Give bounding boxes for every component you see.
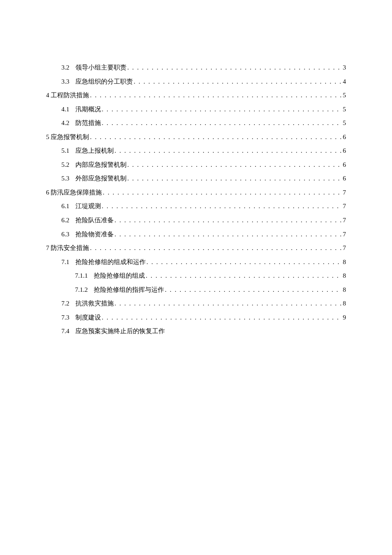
toc-entry-title: 7 防汛安全措施 bbox=[46, 241, 89, 255]
toc-entry-page: 8 bbox=[342, 283, 346, 297]
toc-entry-title: 制度建设 bbox=[75, 311, 101, 325]
toc-entry-page: 7 bbox=[342, 227, 346, 241]
toc-entry-page: 8 bbox=[342, 255, 346, 269]
toc-entry: 6.1江堤观测7 bbox=[46, 199, 346, 213]
toc-entry-title: 6 防汛应急保障措施 bbox=[46, 186, 102, 200]
toc-entry: 4 工程防洪措施5 bbox=[46, 88, 346, 102]
toc-entry-title: 应急上报机制 bbox=[75, 144, 114, 158]
toc-entry-page: 7 bbox=[342, 241, 346, 255]
toc-entry-title: 领导小组主要职责 bbox=[75, 61, 127, 75]
toc-leader-dots bbox=[102, 311, 341, 325]
toc-leader-dots bbox=[146, 269, 341, 283]
toc-entry-title: 抢险抢修组的组成和运作 bbox=[75, 255, 146, 269]
toc-entry-title: 应急组织的分工职责 bbox=[75, 75, 133, 89]
toc-entry: 7.3制度建设9 bbox=[46, 311, 346, 325]
toc-entry-title: 内部应急报警机制 bbox=[75, 158, 127, 172]
toc-entry: 3.3应急组织的分工职责4 bbox=[46, 75, 346, 89]
toc-entry: 5 应急报警机制6 bbox=[46, 130, 346, 144]
toc-entry-title: 5 应急报警机制 bbox=[46, 130, 89, 144]
toc-entry: 7.1.2抢险抢修组的指挥与运作8 bbox=[46, 283, 346, 297]
toc-entry-page: 7 bbox=[342, 199, 346, 213]
toc-leader-dots bbox=[103, 186, 341, 200]
toc-entry-page: 6 bbox=[342, 171, 346, 186]
toc-entry: 7.1.1抢险抢修组的组成8 bbox=[46, 269, 346, 283]
toc-entry: 7.1抢险抢修组的组成和运作8 bbox=[46, 255, 346, 269]
toc-entry-title: 抢险物资准备 bbox=[75, 227, 114, 241]
toc-leader-dots bbox=[147, 255, 341, 269]
toc-entry-page: 8 bbox=[342, 296, 346, 311]
toc-entry-title: 抢险抢修组的指挥与运作 bbox=[94, 283, 164, 297]
toc-entry-number: 6.2 bbox=[61, 213, 69, 227]
toc-entry-page: 5 bbox=[342, 102, 346, 116]
toc-entry-number: 7.4 bbox=[61, 324, 69, 338]
toc-entry-title: 4 工程防洪措施 bbox=[46, 88, 89, 102]
toc-entry: 5.1应急上报机制6 bbox=[46, 144, 346, 158]
toc-leader-dots bbox=[115, 296, 341, 311]
toc-leader-dots bbox=[102, 102, 341, 116]
toc-leader-dots bbox=[115, 144, 341, 158]
toc-entry-page: 9 bbox=[342, 311, 346, 325]
toc-leader-dots bbox=[165, 283, 341, 297]
toc-entry-number: 5.1 bbox=[61, 144, 69, 158]
toc-entry-number: 6.3 bbox=[61, 227, 69, 241]
toc-entry-title: 防范措施 bbox=[75, 116, 101, 130]
toc-leader-dots bbox=[115, 227, 341, 241]
toc-entry-page: 7 bbox=[342, 213, 346, 227]
toc-entry-number: 5.2 bbox=[61, 158, 69, 172]
toc-entry: 4.2防范措施5 bbox=[46, 116, 346, 130]
document-page: 3.2领导小组主要职责33.3应急组织的分工职责44 工程防洪措施54.1汛期概… bbox=[0, 0, 392, 555]
toc-entry-number: 6.1 bbox=[61, 199, 69, 213]
toc-entry: 7 防汛安全措施7 bbox=[46, 241, 346, 255]
toc-leader-dots bbox=[90, 130, 341, 144]
toc-entry-page: 5 bbox=[342, 88, 346, 102]
toc-entry-page: 6 bbox=[342, 158, 346, 172]
toc-leader-dots bbox=[90, 241, 341, 255]
toc-entry-title: 抢险队伍准备 bbox=[75, 213, 114, 227]
toc-leader-dots bbox=[127, 61, 341, 75]
toc-entry-number: 3.2 bbox=[61, 61, 69, 75]
toc-leader-dots bbox=[134, 75, 341, 89]
toc-entry-number: 7.1.1 bbox=[75, 269, 88, 283]
toc-entry: 5.3外部应急报警机制6 bbox=[46, 171, 346, 186]
toc-entry-page: 4 bbox=[342, 75, 346, 89]
toc-entry-page: 5 bbox=[342, 116, 346, 130]
toc-entry: 6.3抢险物资准备7 bbox=[46, 227, 346, 241]
toc-entry-number: 4.2 bbox=[61, 116, 69, 130]
table-of-contents: 3.2领导小组主要职责33.3应急组织的分工职责44 工程防洪措施54.1汛期概… bbox=[46, 61, 346, 338]
toc-entry-number: 5.3 bbox=[61, 171, 69, 186]
toc-entry-number: 7.1.2 bbox=[75, 283, 88, 297]
toc-entry-page: 3 bbox=[342, 61, 346, 75]
toc-entry-number: 7.1 bbox=[61, 255, 69, 269]
toc-leader-dots bbox=[90, 88, 341, 102]
toc-entry: 7.4应急预案实施终止后的恢复工作 bbox=[46, 324, 346, 338]
toc-entry-title: 外部应急报警机制 bbox=[75, 171, 127, 186]
toc-leader-dots bbox=[127, 158, 341, 172]
toc-entry-title: 抢险抢修组的组成 bbox=[94, 269, 145, 283]
toc-entry-title: 汛期概况 bbox=[75, 102, 101, 116]
toc-entry: 6.2抢险队伍准备7 bbox=[46, 213, 346, 227]
toc-entry-title: 应急预案实施终止后的恢复工作 bbox=[75, 324, 165, 338]
toc-entry-page: 8 bbox=[342, 269, 346, 283]
toc-entry-title: 江堤观测 bbox=[75, 199, 101, 213]
toc-leader-dots bbox=[102, 199, 341, 213]
toc-entry-number: 4.1 bbox=[61, 102, 69, 116]
toc-entry-number: 7.2 bbox=[61, 296, 69, 311]
toc-entry-page: 6 bbox=[342, 144, 346, 158]
toc-entry: 7.2抗洪救灾措施8 bbox=[46, 296, 346, 311]
toc-entry-title: 抗洪救灾措施 bbox=[75, 296, 114, 311]
toc-leader-dots bbox=[127, 171, 341, 186]
toc-entry: 5.2内部应急报警机制6 bbox=[46, 158, 346, 172]
toc-entry-number: 7.3 bbox=[61, 311, 69, 325]
toc-entry-number: 3.3 bbox=[61, 75, 69, 89]
toc-leader-dots bbox=[102, 116, 341, 130]
toc-entry: 4.1汛期概况5 bbox=[46, 102, 346, 116]
toc-entry-page: 6 bbox=[342, 130, 346, 144]
toc-entry: 6 防汛应急保障措施7 bbox=[46, 186, 346, 200]
toc-entry-page: 7 bbox=[342, 186, 346, 200]
toc-entry: 3.2领导小组主要职责3 bbox=[46, 61, 346, 75]
toc-leader-dots bbox=[115, 213, 341, 227]
